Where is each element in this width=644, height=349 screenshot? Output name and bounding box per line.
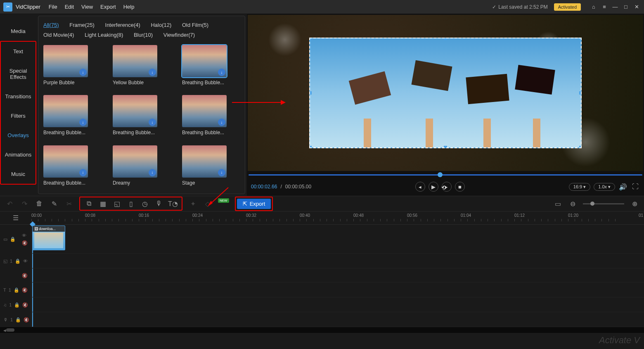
- pip-icon[interactable]: ◱: [112, 199, 121, 208]
- overlay-thumb[interactable]: ↓: [182, 145, 227, 178]
- mute-icon[interactable]: 🔇: [22, 273, 28, 278]
- overlay-track-row[interactable]: [31, 254, 644, 268]
- text-track-row[interactable]: [31, 283, 644, 297]
- overlay-thumb[interactable]: ↓: [43, 145, 88, 178]
- cat-old-film[interactable]: Old Film(5): [182, 20, 208, 30]
- edit-icon[interactable]: ✎: [50, 199, 59, 208]
- cat-all[interactable]: All(75): [43, 20, 59, 30]
- layout-icon[interactable]: ▭: [553, 199, 562, 208]
- preview-canvas[interactable]: ⟲: [248, 15, 643, 171]
- nav-animations[interactable]: Animations: [1, 145, 36, 164]
- volume-icon[interactable]: 🔊: [618, 182, 627, 191]
- minimize-icon[interactable]: —: [611, 3, 619, 11]
- undo-icon[interactable]: ↶: [5, 199, 14, 208]
- video-track-row[interactable]: 🖼downloa...: [31, 225, 644, 254]
- overlay-thumb[interactable]: ↓: [182, 45, 227, 77]
- tag-icon[interactable]: ◇: [203, 199, 212, 208]
- cat-light-leaking[interactable]: Light Leaking(8): [85, 30, 123, 40]
- cut-icon[interactable]: ✂: [64, 199, 73, 208]
- crop-icon[interactable]: ⧉: [84, 199, 93, 208]
- track-options-icon[interactable]: ☰: [11, 214, 20, 223]
- eye-icon[interactable]: 👁: [22, 233, 28, 238]
- download-icon[interactable]: ↓: [79, 169, 87, 176]
- nav-overlays[interactable]: Overlays: [1, 126, 36, 145]
- mute-icon[interactable]: 🔇: [22, 240, 28, 246]
- nav-special-effects[interactable]: Special Effects: [1, 61, 36, 87]
- audio-track-head[interactable]: ♫1🔒🔇: [0, 297, 31, 312]
- video-clip[interactable]: 🖼downloa...: [32, 226, 65, 250]
- menu-view[interactable]: View: [81, 4, 93, 10]
- close-icon[interactable]: ✕: [632, 3, 641, 11]
- menu-help[interactable]: Help: [123, 4, 135, 10]
- redo-icon[interactable]: ↷: [20, 199, 29, 208]
- lock-icon[interactable]: 🔒: [10, 237, 16, 242]
- speech-to-text-icon[interactable]: T◔: [168, 199, 178, 208]
- cat-viewfinder[interactable]: Viewfinder(7): [163, 30, 195, 40]
- nav-media[interactable]: Media: [0, 21, 36, 41]
- hamburger-icon[interactable]: ≡: [600, 3, 608, 11]
- download-icon[interactable]: ↓: [218, 69, 225, 76]
- overlay-thumb[interactable]: ↓: [113, 95, 157, 127]
- menu-export[interactable]: Export: [100, 4, 116, 10]
- overlay-track-head-b[interactable]: 🔇: [0, 268, 31, 283]
- audio-track-row[interactable]: [31, 297, 644, 312]
- overlay-thumb[interactable]: ↓: [113, 145, 157, 178]
- delete-icon[interactable]: 🗑: [35, 199, 44, 208]
- nav-transitions[interactable]: Transitions: [1, 87, 36, 106]
- overlay-selection-box[interactable]: [309, 38, 582, 148]
- mute-icon[interactable]: 🔇: [22, 287, 28, 293]
- ruler[interactable]: ☰ 00:0000:0800:1600:2400:3200:4000:4800:…: [0, 211, 644, 225]
- nav-text[interactable]: Text: [1, 42, 36, 61]
- cat-halo[interactable]: Halo(12): [151, 20, 171, 30]
- lock-icon[interactable]: 🔒: [15, 259, 21, 264]
- download-icon[interactable]: ↓: [79, 119, 87, 126]
- mosaic-icon[interactable]: ▦: [98, 199, 107, 208]
- resize-handle-bm[interactable]: [444, 146, 447, 148]
- overlay-track-row-b[interactable]: [31, 268, 644, 283]
- nav-filters[interactable]: Filters: [1, 106, 36, 126]
- scroll-thumb[interactable]: [6, 328, 14, 332]
- cat-frame[interactable]: Frame(25): [69, 20, 95, 30]
- resize-handle-tm[interactable]: [444, 38, 447, 40]
- horizontal-scrollbar[interactable]: ◂: [0, 327, 644, 333]
- overlay-thumb[interactable]: ↓: [113, 45, 157, 77]
- cat-blur[interactable]: Blur(10): [134, 30, 153, 40]
- aspect-ratio-select[interactable]: 16:9▾: [569, 183, 590, 191]
- voice-track-row[interactable]: [31, 312, 644, 327]
- fullscreen-icon[interactable]: ⛶: [631, 182, 640, 191]
- home-icon[interactable]: ⌂: [590, 3, 598, 11]
- speed-select[interactable]: 1.0x▾: [594, 183, 615, 191]
- resize-handle-br[interactable]: [579, 146, 582, 148]
- download-icon[interactable]: ↓: [218, 169, 225, 176]
- zoom-slider[interactable]: [583, 203, 624, 204]
- resize-handle-bl[interactable]: [309, 146, 312, 148]
- overlay-track-head[interactable]: ◱1🔒👁: [0, 254, 31, 268]
- resize-handle-ml[interactable]: [309, 91, 312, 95]
- export-button[interactable]: ⇱ Export: [237, 199, 271, 209]
- cat-old-movie[interactable]: Old Movie(4): [43, 30, 74, 40]
- stop-icon[interactable]: ■: [455, 182, 465, 192]
- resize-handle-mr[interactable]: [579, 91, 582, 95]
- thumbnail-grid[interactable]: ↓Purple Bubble↓Yellow Bubble↓Breathing B…: [38, 42, 245, 194]
- magic-icon[interactable]: ✦: [188, 199, 197, 208]
- menu-file[interactable]: File: [49, 4, 57, 10]
- rotate-handle-icon[interactable]: ⟲: [441, 184, 446, 191]
- overlay-thumb[interactable]: ↓: [43, 45, 88, 77]
- lock-icon[interactable]: 🔒: [14, 302, 20, 308]
- voice-track-head[interactable]: 🎙1🔒🔇: [0, 312, 31, 327]
- mute-icon[interactable]: 🔇: [24, 317, 29, 323]
- overlay-thumb[interactable]: ↓: [43, 95, 88, 127]
- seek-bar[interactable]: [249, 172, 642, 178]
- play-icon[interactable]: ▶: [429, 182, 438, 192]
- prev-frame-icon[interactable]: ◂: [415, 182, 425, 192]
- freeze-icon[interactable]: ▯: [126, 199, 135, 208]
- resize-handle-tl[interactable]: [309, 38, 312, 40]
- mute-icon[interactable]: 🔇: [22, 302, 28, 308]
- zoom-out-icon[interactable]: ⊖: [568, 199, 577, 208]
- download-icon[interactable]: ↓: [149, 169, 156, 176]
- lock-icon[interactable]: 🔒: [15, 317, 21, 323]
- eye-icon[interactable]: 👁: [23, 259, 28, 264]
- nav-music[interactable]: Music: [1, 164, 36, 184]
- overlay-thumb[interactable]: ↓: [182, 95, 227, 127]
- voiceover-icon[interactable]: 🎙: [154, 199, 163, 208]
